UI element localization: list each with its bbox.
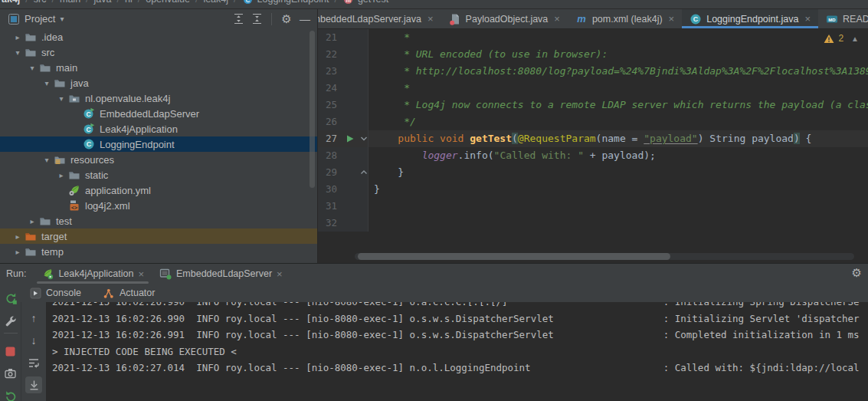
line-number: 27 bbox=[318, 130, 337, 147]
tree-chevron-icon[interactable]: ▸ bbox=[11, 33, 25, 41]
run-method-icon[interactable] bbox=[344, 133, 356, 145]
tree-item-embeddedldapserver[interactable]: CEmbeddedLdapServer bbox=[0, 106, 317, 121]
run-tab-embeddedldapserver[interactable]: EmbeddedLdapServer× bbox=[152, 264, 290, 284]
breadcrumb-label: ak4j bbox=[2, 0, 20, 5]
close-icon[interactable]: × bbox=[138, 268, 144, 280]
breadcrumb-item-nl[interactable]: nl bbox=[125, 0, 133, 5]
tree-chevron-icon[interactable]: ▸ bbox=[11, 248, 25, 256]
code-text bbox=[368, 215, 868, 232]
up-arrow-button[interactable]: ↑ bbox=[25, 310, 42, 327]
code-token: public void bbox=[398, 133, 470, 144]
expand-all-icon[interactable] bbox=[232, 13, 244, 25]
tree-item-src[interactable]: ▾src bbox=[0, 44, 317, 60]
breadcrumb-item-openvalue[interactable]: openvalue bbox=[146, 0, 190, 5]
tree-item-application-yml[interactable]: application.yml bbox=[0, 182, 317, 198]
code-token: getTest bbox=[470, 133, 512, 144]
close-icon[interactable]: × bbox=[277, 268, 283, 280]
editor-gutter[interactable]: 23 bbox=[318, 63, 368, 80]
tree-item-java[interactable]: ▾java bbox=[0, 75, 317, 90]
tree-chevron-icon[interactable]: ▾ bbox=[54, 94, 68, 103]
breadcrumb-item-loggingendpoint[interactable]: CLoggingEndpoint bbox=[242, 0, 329, 5]
settings-wrench-button[interactable] bbox=[2, 312, 19, 329]
code-token: (name = bbox=[596, 133, 644, 144]
editor-tab-readme-md[interactable]: MDREADME.md× bbox=[818, 9, 868, 28]
collapse-all-icon[interactable] bbox=[251, 13, 263, 25]
tree-item-static[interactable]: ▸static bbox=[0, 167, 317, 182]
editor-gutter[interactable]: 24 bbox=[318, 80, 368, 97]
tree-chevron-icon[interactable]: ▸ bbox=[25, 217, 39, 225]
tree-item-leak4japplication[interactable]: CLeak4jApplication bbox=[0, 121, 317, 136]
tree-item-loggingendpoint[interactable]: CLoggingEndpoint bbox=[0, 136, 317, 152]
breadcrumb-item-main[interactable]: main bbox=[60, 0, 80, 5]
editor-tab-pom-xml-leak4j[interactable]: mpom.xml (leak4j)× bbox=[568, 9, 682, 28]
editor-hscrollbar-thumb[interactable] bbox=[358, 253, 670, 260]
rerun-button[interactable] bbox=[2, 290, 19, 307]
tree-item-label: nl.openvalue.leak4j bbox=[85, 93, 170, 104]
tree-item-test[interactable]: ▸test bbox=[0, 213, 317, 228]
editor-gutter[interactable]: 30 bbox=[318, 181, 368, 198]
update-application-button[interactable] bbox=[2, 387, 19, 401]
tree-item-idea[interactable]: ▸.idea bbox=[0, 29, 317, 44]
fold-close-icon[interactable] bbox=[358, 166, 370, 179]
code-token bbox=[374, 150, 422, 161]
editor-tab-loggingendpoint-java[interactable]: CLoggingEndpoint.java× bbox=[682, 9, 818, 28]
editor-tab-payloadobject-java[interactable]: PayloadObject.java× bbox=[441, 9, 568, 28]
tree-chevron-icon[interactable]: ▾ bbox=[40, 79, 54, 87]
tree-item-temp[interactable]: ▸temp bbox=[0, 244, 317, 259]
settings-gear-icon[interactable]: ⚙ bbox=[280, 13, 293, 25]
inspections-widget[interactable]: 2 ▲ bbox=[823, 32, 859, 44]
tree-chevron-icon[interactable]: ▾ bbox=[11, 48, 25, 57]
tree-item-label: log4j2.xml bbox=[85, 200, 130, 212]
close-icon[interactable]: × bbox=[669, 13, 675, 25]
tree-chevron-icon[interactable]: ▾ bbox=[25, 64, 39, 72]
breadcrumb-item-java[interactable]: java bbox=[94, 0, 112, 5]
run-settings-gear-icon[interactable]: ⚙ bbox=[852, 266, 862, 280]
editor-gutter[interactable]: 29 bbox=[318, 164, 368, 181]
code-text: public void getTest(@RequestParam(name =… bbox=[368, 130, 868, 147]
editor-gutter[interactable]: 27 bbox=[318, 130, 368, 147]
main-area: Project ▾ ⚙— ▸.idea▾src▾main▾java▾nl.ope… bbox=[0, 9, 868, 263]
tree-chevron-icon[interactable]: ▾ bbox=[40, 156, 54, 164]
project-tool-icon[interactable] bbox=[8, 13, 20, 25]
editor-gutter[interactable]: 32 bbox=[318, 215, 368, 232]
fold-open-icon[interactable] bbox=[358, 133, 370, 145]
tree-item-main[interactable]: ▾main bbox=[0, 60, 317, 75]
down-arrow-button[interactable]: ↓ bbox=[25, 332, 42, 349]
chevron-down-icon[interactable]: ▾ bbox=[60, 15, 64, 23]
editor-gutter[interactable]: 21 bbox=[318, 29, 368, 46]
editor[interactable]: 21 *22 * URL encoded (to use in browser)… bbox=[318, 29, 868, 263]
tree-item-resources[interactable]: ▾resources bbox=[0, 152, 317, 167]
editor-gutter[interactable]: 31 bbox=[318, 198, 368, 215]
view-tab-console[interactable]: Console bbox=[29, 287, 81, 299]
tree-item-label: LoggingEndpoint bbox=[100, 139, 175, 150]
tree-item-target[interactable]: ▸target bbox=[0, 228, 317, 244]
close-icon[interactable]: × bbox=[554, 13, 560, 25]
breadcrumb-item-ak4j[interactable]: ak4j bbox=[2, 0, 20, 5]
project-tree-scrollbar[interactable] bbox=[310, 31, 315, 188]
editor-gutter[interactable]: 25 bbox=[318, 97, 368, 113]
close-icon[interactable]: × bbox=[427, 13, 434, 25]
editor-gutter[interactable]: 22 bbox=[318, 46, 368, 63]
thread-dump-camera-button[interactable] bbox=[2, 365, 19, 382]
tree-item-label: EmbeddedLdapServer bbox=[100, 108, 199, 120]
soft-wrap-button[interactable] bbox=[25, 354, 42, 371]
tree-item-nl-openvalue-leak4j[interactable]: ▾nl.openvalue.leak4j bbox=[0, 90, 317, 106]
scroll-to-end-button[interactable] bbox=[25, 376, 42, 393]
tree-chevron-icon[interactable]: ▸ bbox=[54, 171, 68, 179]
close-icon[interactable]: × bbox=[804, 13, 811, 25]
actuator-icon bbox=[103, 287, 115, 299]
hide-panel-icon[interactable]: — bbox=[299, 13, 311, 25]
view-tab-actuator[interactable]: Actuator bbox=[103, 287, 156, 299]
tree-item-log4j2-xml[interactable]: <>log4j2.xml bbox=[0, 198, 317, 213]
console-output[interactable]: 2021-12-13 16:02:26.990 INFO roy.local -… bbox=[46, 302, 868, 401]
stop-button[interactable] bbox=[2, 343, 19, 360]
editor-tab-nbeddedldapserver-java[interactable]: nbeddedLdapServer.java× bbox=[318, 9, 441, 28]
tree-chevron-icon[interactable]: ▸ bbox=[11, 232, 25, 241]
breadcrumb-item-src[interactable]: src bbox=[34, 0, 47, 5]
breadcrumb-item-gettest[interactable]: mgetTest bbox=[342, 0, 388, 5]
divider bbox=[271, 13, 272, 25]
editor-gutter[interactable]: 28 bbox=[318, 147, 368, 164]
run-tab-leak4japplication[interactable]: Leak4jApplication× bbox=[34, 264, 152, 284]
editor-gutter[interactable]: 26 bbox=[318, 113, 368, 130]
breadcrumb-item-leak4j[interactable]: leak4j bbox=[203, 0, 228, 5]
